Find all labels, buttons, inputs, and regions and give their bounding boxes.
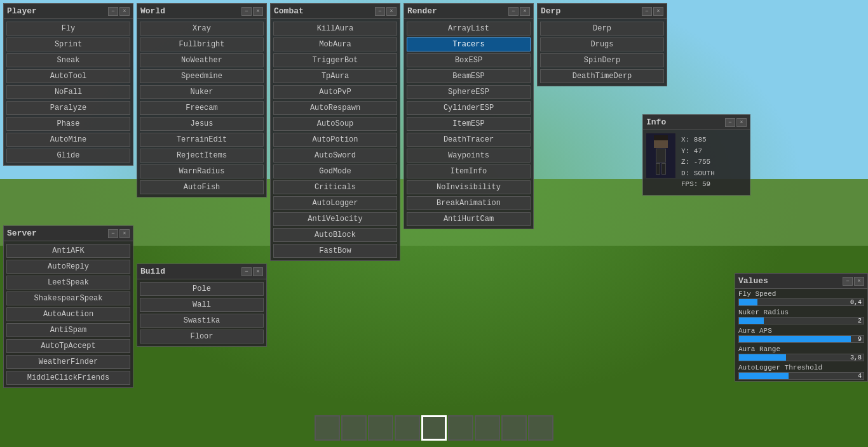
mod-button-nuker[interactable]: Nuker — [140, 85, 264, 99]
derp-minimize-btn[interactable]: − — [642, 7, 652, 16]
mod-button-autosoup[interactable]: AutoSoup — [273, 117, 397, 131]
mod-button-autopvp[interactable]: AutoPvP — [273, 85, 397, 99]
mod-button-iteminfo[interactable]: ItemInfo — [407, 164, 531, 178]
mod-button-warnradius[interactable]: WarnRadius — [140, 164, 264, 178]
mod-button-antispam[interactable]: AntiSpam — [6, 323, 130, 337]
mod-button-freecam[interactable]: Freecam — [140, 101, 264, 115]
mod-button-waypoints[interactable]: Waypoints — [407, 149, 531, 163]
player-minimize-btn[interactable]: − — [108, 7, 118, 16]
mod-button-deathtracer[interactable]: DeathTracer — [407, 133, 531, 147]
mod-button-killaura[interactable]: KillAura — [273, 22, 397, 36]
mod-button-swastika[interactable]: Swastika — [140, 314, 264, 328]
mod-button-criticals[interactable]: Criticals — [273, 180, 397, 194]
mod-button-shakespearspeak[interactable]: ShakespearSpeak — [6, 291, 130, 305]
mod-button-sprint[interactable]: Sprint — [6, 37, 130, 51]
info-close-btn[interactable]: × — [736, 118, 747, 127]
hotbar-slot-8[interactable] — [501, 415, 527, 441]
mod-button-beamesp[interactable]: BeamESP — [407, 69, 531, 83]
mod-button-autotpaccept[interactable]: AutoTpAccept — [6, 339, 130, 353]
slider-track-4[interactable]: 4 — [738, 372, 864, 380]
mod-button-autopotion[interactable]: AutoPotion — [273, 133, 397, 147]
mod-button-autosword[interactable]: AutoSword — [273, 149, 397, 163]
info-minimize-btn[interactable]: − — [725, 118, 735, 127]
mod-button-middleclickfriends[interactable]: MiddleClickFriends — [6, 371, 130, 385]
mod-button-leetspeak[interactable]: LeetSpeak — [6, 276, 130, 290]
mod-button-speedmine[interactable]: Speedmine — [140, 69, 264, 83]
slider-track-2[interactable]: 9 — [738, 335, 864, 343]
mod-button-tracers[interactable]: Tracers — [407, 37, 531, 51]
mod-button-fly[interactable]: Fly — [6, 22, 130, 36]
mod-button-pole[interactable]: Pole — [140, 282, 264, 296]
mod-button-autotool[interactable]: AutoTool — [6, 69, 130, 83]
mod-button-autoblock[interactable]: AutoBlock — [273, 228, 397, 242]
mod-button-triggerbot[interactable]: TriggerBot — [273, 53, 397, 67]
slider-track-0[interactable]: 0,4 — [738, 298, 864, 306]
mod-button-rejectitems[interactable]: RejectItems — [140, 149, 264, 163]
mod-button-mobaura[interactable]: MobAura — [273, 37, 397, 51]
mod-button-antiafk[interactable]: AntiAFK — [6, 244, 130, 258]
server-minimize-btn[interactable]: − — [108, 229, 118, 238]
mod-button-glide[interactable]: Glide — [6, 149, 130, 163]
mod-button-itemesp[interactable]: ItemESP — [407, 117, 531, 131]
mod-button-sneak[interactable]: Sneak — [6, 53, 130, 67]
mod-button-breakanimation[interactable]: BreakAnimation — [407, 196, 531, 210]
server-close-btn[interactable]: × — [119, 229, 130, 238]
mod-button-sphereesp[interactable]: SphereESP — [407, 85, 531, 99]
mod-button-fastbow[interactable]: FastBow — [273, 244, 397, 258]
values-close-btn[interactable]: × — [854, 277, 864, 286]
mod-button-autofish[interactable]: AutoFish — [140, 180, 264, 194]
mod-button-jesus[interactable]: Jesus — [140, 117, 264, 131]
mod-button-deathtimederp[interactable]: DeathTimeDerp — [540, 69, 664, 83]
mod-button-arraylist[interactable]: ArrayList — [407, 22, 531, 36]
render-close-btn[interactable]: × — [520, 7, 530, 16]
hotbar-slot-1[interactable] — [315, 415, 340, 441]
mod-button-cylinderesp[interactable]: CylinderESP — [407, 101, 531, 115]
mod-button-phase[interactable]: Phase — [6, 117, 130, 131]
mod-button-wall[interactable]: Wall — [140, 298, 264, 312]
mod-button-noweather[interactable]: NoWeather — [140, 53, 264, 67]
mod-button-antihurtcam[interactable]: AntiHurtCam — [407, 212, 531, 226]
mod-button-autoauction[interactable]: AutoAuction — [6, 307, 130, 321]
hotbar-slot-2[interactable] — [341, 415, 367, 441]
mod-button-autorespawn[interactable]: AutoRespawn — [273, 101, 397, 115]
mod-button-floor[interactable]: Floor — [140, 330, 264, 344]
mod-button-spinderp[interactable]: SpinDerp — [540, 53, 664, 67]
combat-minimize-btn[interactable]: − — [375, 7, 385, 16]
hotbar-slot-7[interactable] — [475, 415, 500, 441]
build-minimize-btn[interactable]: − — [241, 267, 252, 276]
slider-value-0: 0,4 — [850, 299, 862, 305]
build-close-btn[interactable]: × — [253, 267, 263, 276]
mod-button-nofall[interactable]: NoFall — [6, 85, 130, 99]
render-header-buttons: − × — [508, 7, 530, 16]
hotbar-slot-9[interactable] — [528, 415, 553, 441]
slider-track-1[interactable]: 2 — [738, 317, 864, 324]
hotbar-slot-3[interactable] — [368, 415, 393, 441]
mod-button-derp[interactable]: Derp — [540, 22, 664, 36]
combat-close-btn[interactable]: × — [386, 7, 397, 16]
mod-button-drugs[interactable]: Drugs — [540, 37, 664, 51]
mod-button-paralyze[interactable]: Paralyze — [6, 101, 130, 115]
values-minimize-btn[interactable]: − — [843, 277, 853, 286]
mod-button-autologger[interactable]: AutoLogger — [273, 196, 397, 210]
hotbar-slot-5[interactable] — [421, 415, 447, 441]
mod-button-boxesp[interactable]: BoxESP — [407, 53, 531, 67]
slider-track-3[interactable]: 3,8 — [738, 354, 864, 361]
mod-button-xray[interactable]: Xray — [140, 22, 264, 36]
mod-button-autoreply[interactable]: AutoReply — [6, 260, 130, 274]
mod-button-tpaura[interactable]: TpAura — [273, 69, 397, 83]
slider-label-3: Aura Range — [738, 345, 864, 353]
derp-close-btn[interactable]: × — [653, 7, 663, 16]
player-close-btn[interactable]: × — [119, 7, 130, 16]
world-minimize-btn[interactable]: − — [241, 7, 252, 16]
mod-button-godmode[interactable]: GodMode — [273, 164, 397, 178]
hotbar-slot-6[interactable] — [448, 415, 473, 441]
mod-button-fullbright[interactable]: Fullbright — [140, 37, 264, 51]
render-minimize-btn[interactable]: − — [508, 7, 519, 16]
world-close-btn[interactable]: × — [253, 7, 263, 16]
mod-button-automine[interactable]: AutoMine — [6, 133, 130, 147]
mod-button-antivelocity[interactable]: AntiVelocity — [273, 212, 397, 226]
hotbar-slot-4[interactable] — [395, 415, 420, 441]
mod-button-terrainedit[interactable]: TerrainEdit — [140, 133, 264, 147]
mod-button-weatherfinder[interactable]: WeatherFinder — [6, 355, 130, 369]
mod-button-noinvisibility[interactable]: NoInvisibility — [407, 180, 531, 194]
